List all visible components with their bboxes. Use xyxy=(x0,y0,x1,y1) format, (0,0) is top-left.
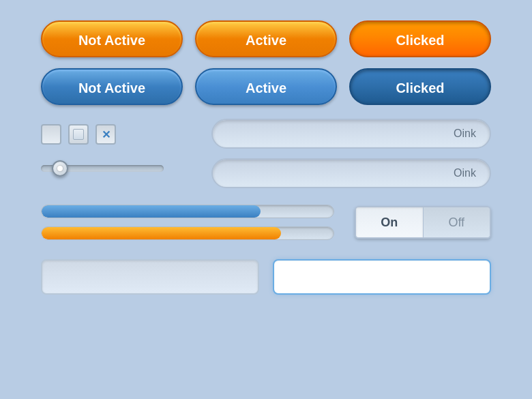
right-inputs: Oink Oink xyxy=(211,119,491,188)
orange-active-button[interactable]: Active xyxy=(195,20,337,57)
bottom-inputs xyxy=(41,259,491,295)
checkbox-x[interactable]: ✕ xyxy=(95,124,116,145)
orange-clicked-button[interactable]: Clicked xyxy=(349,20,491,57)
text-input-inactive[interactable] xyxy=(41,259,259,295)
progress-section: On Off xyxy=(41,205,491,240)
orange-button-row: Not Active Active Clicked xyxy=(41,20,491,57)
toggle-switch[interactable]: On Off xyxy=(355,206,491,239)
toggle-off-button[interactable]: Off xyxy=(424,207,490,237)
progress-fill-orange xyxy=(42,227,281,239)
blue-active-button[interactable]: Active xyxy=(195,68,337,105)
checkbox-checked[interactable] xyxy=(68,124,89,145)
checkbox-row: ✕ xyxy=(41,124,191,145)
slider[interactable] xyxy=(41,158,164,179)
blue-not-active-button[interactable]: Not Active xyxy=(41,68,183,105)
slider-thumb[interactable] xyxy=(52,160,68,177)
input-label-2: Oink xyxy=(454,167,476,179)
checkbox-inner xyxy=(73,129,84,140)
text-input-active[interactable] xyxy=(273,259,491,295)
blue-clicked-button[interactable]: Clicked xyxy=(349,68,491,105)
input-label-1: Oink xyxy=(454,128,476,140)
input-field-2[interactable]: Oink xyxy=(211,158,491,188)
blue-button-row: Not Active Active Clicked xyxy=(41,68,491,105)
orange-not-active-button[interactable]: Not Active xyxy=(41,20,183,57)
progress-track-orange xyxy=(41,226,334,240)
left-controls: ✕ xyxy=(41,119,191,179)
middle-section: ✕ Oink Oink xyxy=(41,119,491,188)
progress-bars xyxy=(41,205,334,240)
toggle-on-button[interactable]: On xyxy=(356,207,424,237)
checkbox-empty[interactable] xyxy=(41,124,61,145)
input-field-1[interactable]: Oink xyxy=(211,119,491,149)
progress-fill-blue xyxy=(42,205,261,218)
progress-track-blue xyxy=(41,205,334,218)
